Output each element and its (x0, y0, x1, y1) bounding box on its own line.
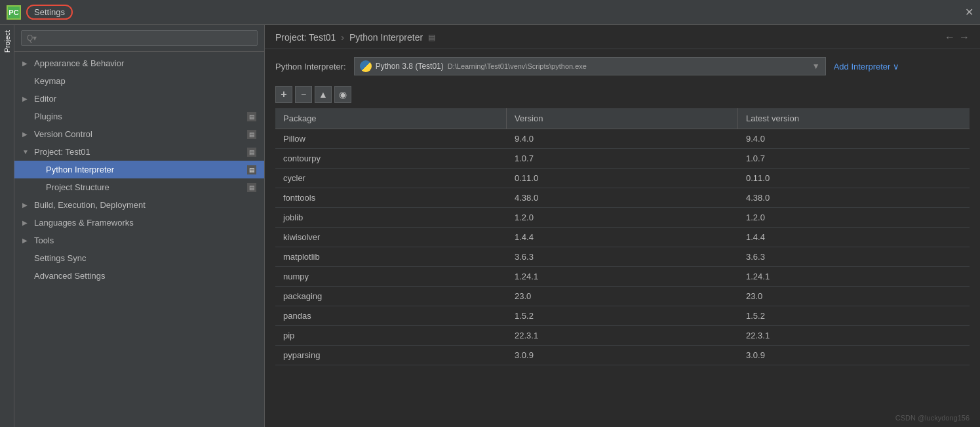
breadcrumb-icon: ▤ (428, 33, 435, 42)
watermark: CSDN @luckydong156 (895, 414, 970, 422)
sidebar-item-project-structure[interactable]: Project Structure▤ (14, 178, 264, 196)
sidebar-item-settings-sync[interactable]: Settings Sync (14, 249, 264, 267)
table-header-cell: Package (275, 108, 507, 129)
sidebar-item-label: Build, Execution, Deployment (34, 200, 146, 210)
table-cell-latest: 3.0.9 (738, 346, 970, 365)
sidebar-item-languages[interactable]: ▶Languages & Frameworks (14, 214, 264, 232)
sidebar-items: ▶Appearance & BehaviorKeymap▶EditorPlugi… (14, 52, 264, 427)
dropdown-arrow-icon: ▼ (812, 62, 820, 71)
table-row[interactable]: pandas1.5.21.5.2 (275, 306, 970, 326)
sidebar-item-label: Project: Test01 (34, 147, 90, 157)
table-cell-latest: 1.5.2 (738, 306, 970, 325)
sidebar-item-advanced[interactable]: Advanced Settings (14, 267, 264, 285)
breadcrumb-separator: › (341, 32, 344, 43)
remove-package-button[interactable]: − (295, 86, 312, 103)
settings-badge-icon: ▤ (247, 183, 256, 192)
breadcrumb-bar: Project: Test01 › Python Interpreter ▤ ←… (265, 25, 980, 49)
forward-arrow[interactable]: → (959, 31, 970, 43)
table-cell-package: fonttools (275, 188, 507, 207)
table-cell-latest: 22.3.1 (738, 326, 970, 345)
title-bar: PC Settings ✕ (0, 0, 980, 25)
sidebar-item-vcs[interactable]: ▶Version Control▤ (14, 125, 264, 143)
sidebar-item-label: Keymap (34, 76, 66, 86)
sidebar-item-plugins[interactable]: Plugins▤ (14, 108, 264, 125)
arrow-icon: ▶ (22, 219, 31, 226)
breadcrumb-project: Project: Test01 (275, 32, 336, 43)
package-toolbar: + − ▲ ◉ (265, 83, 980, 108)
table-cell-package: contourpy (275, 149, 507, 168)
table-cell-latest: 1.0.7 (738, 149, 970, 168)
search-input[interactable] (21, 30, 258, 46)
sidebar-item-build[interactable]: ▶Build, Execution, Deployment (14, 196, 264, 214)
add-interpreter-button[interactable]: Add Interpreter ∨ (834, 62, 899, 71)
table-cell-version: 9.4.0 (507, 129, 738, 148)
table-row[interactable]: contourpy1.0.71.0.7 (275, 149, 970, 169)
arrow-icon: ▶ (22, 60, 31, 67)
back-arrow[interactable]: ← (945, 31, 955, 43)
table-cell-version: 3.0.9 (507, 346, 738, 365)
table-cell-latest: 0.11.0 (738, 169, 970, 188)
settings-badge-icon: ▤ (247, 112, 256, 121)
sidebar-item-label: Appearance & Behavior (34, 58, 124, 68)
settings-sidebar: ▶Appearance & BehaviorKeymap▶EditorPlugi… (14, 25, 265, 427)
sidebar-item-project[interactable]: ▼Project: Test01▤ (14, 143, 264, 161)
table-cell-version: 3.6.3 (507, 247, 738, 266)
table-cell-version: 1.5.2 (507, 306, 738, 325)
arrow-icon: ▶ (22, 131, 31, 138)
arrow-icon: ▼ (22, 148, 31, 155)
table-row[interactable]: matplotlib3.6.33.6.3 (275, 247, 970, 267)
packages-table: PackageVersionLatest version Pillow9.4.0… (275, 108, 970, 427)
table-cell-latest: 3.6.3 (738, 247, 970, 266)
table-cell-package: joblib (275, 208, 507, 227)
table-row[interactable]: cycler0.11.00.11.0 (275, 169, 970, 188)
table-cell-latest: 9.4.0 (738, 129, 970, 148)
sidebar-item-label: Python Interpreter (46, 165, 114, 174)
table-row[interactable]: kiwisolver1.4.41.4.4 (275, 228, 970, 247)
sidebar-item-python-interpreter[interactable]: Python Interpreter▤ (14, 161, 264, 178)
project-tab[interactable]: Project (2, 25, 12, 58)
settings-badge-icon: ▤ (247, 165, 256, 174)
interpreter-label: Python Interpreter: (275, 62, 346, 71)
sidebar-item-appearance[interactable]: ▶Appearance & Behavior (14, 54, 264, 72)
arrow-icon: ▶ (22, 95, 31, 102)
table-cell-package: pip (275, 326, 507, 345)
sidebar-item-label: Advanced Settings (34, 271, 105, 281)
interpreter-name: Python 3.8 (Test01) (376, 62, 444, 71)
breadcrumb-current: Python Interpreter (349, 32, 423, 43)
window-title: Settings (26, 5, 73, 20)
arrow-icon: ▶ (22, 237, 31, 244)
table-row[interactable]: pyparsing3.0.93.0.9 (275, 346, 970, 365)
table-row[interactable]: fonttools4.38.04.38.0 (275, 188, 970, 208)
sidebar-item-editor[interactable]: ▶Editor (14, 90, 264, 108)
table-cell-package: pyparsing (275, 346, 507, 365)
show-button[interactable]: ◉ (334, 86, 351, 103)
table-cell-package: pandas (275, 306, 507, 325)
table-cell-package: matplotlib (275, 247, 507, 266)
sidebar-item-label: Editor (34, 94, 56, 104)
table-cell-package: kiwisolver (275, 228, 507, 247)
sidebar-item-label: Version Control (34, 129, 92, 139)
table-cell-package: Pillow (275, 129, 507, 148)
left-tab-bar: Project (0, 25, 14, 427)
sidebar-item-keymap[interactable]: Keymap (14, 72, 264, 90)
table-row[interactable]: Pillow9.4.09.4.0 (275, 129, 970, 149)
nav-arrows: ← → (945, 31, 970, 43)
table-header-cell: Version (507, 108, 738, 129)
table-cell-version: 4.38.0 (507, 188, 738, 207)
table-row[interactable]: numpy1.24.11.24.1 (275, 267, 970, 287)
up-button[interactable]: ▲ (315, 86, 332, 103)
table-cell-latest: 1.24.1 (738, 267, 970, 286)
table-cell-latest: 1.2.0 (738, 208, 970, 227)
close-button[interactable]: ✕ (965, 6, 973, 18)
python-icon (360, 60, 372, 72)
add-package-button[interactable]: + (275, 86, 292, 103)
table-header: PackageVersionLatest version (275, 108, 970, 129)
table-cell-package: packaging (275, 287, 507, 306)
table-row[interactable]: packaging23.023.0 (275, 287, 970, 306)
interpreter-dropdown[interactable]: Python 3.8 (Test01) D:\Learning\Test01\v… (354, 57, 826, 75)
sidebar-item-label: Project Structure (46, 182, 109, 192)
sidebar-item-tools[interactable]: ▶Tools (14, 232, 264, 249)
table-row[interactable]: pip22.3.122.3.1 (275, 326, 970, 346)
table-cell-version: 23.0 (507, 287, 738, 306)
table-row[interactable]: joblib1.2.01.2.0 (275, 208, 970, 228)
